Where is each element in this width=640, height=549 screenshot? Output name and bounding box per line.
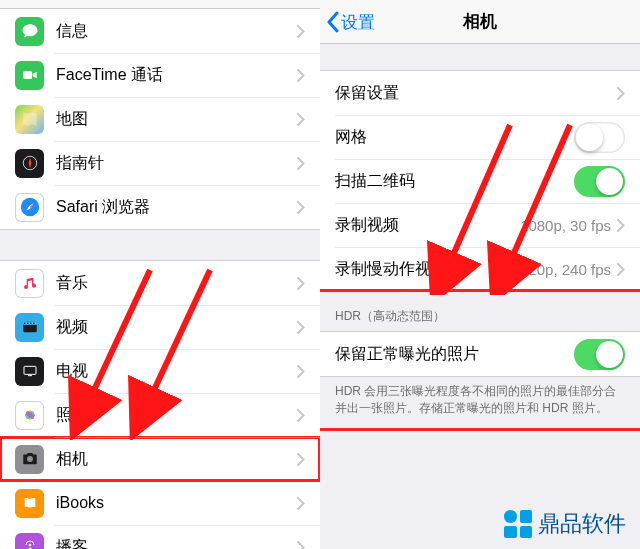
row-keep-normal-photo[interactable]: 保留正常曝光的照片 xyxy=(320,332,640,376)
row-label: 音乐 xyxy=(56,273,297,294)
row-compass[interactable]: 指南针 xyxy=(0,141,320,185)
header-title: 相机 xyxy=(463,10,497,33)
facetime-icon xyxy=(15,61,44,90)
row-label: 录制视频 xyxy=(335,215,520,236)
chevron-right-icon xyxy=(297,541,305,550)
messages-icon xyxy=(15,17,44,46)
chevron-right-icon xyxy=(297,201,305,214)
row-label: Safari 浏览器 xyxy=(56,197,297,218)
row-safari[interactable]: Safari 浏览器 xyxy=(0,185,320,229)
camera-group-1: 保留设置 网格 扫描二维码 录制视频 1080p, 30 fps 录制慢动作视频… xyxy=(320,70,640,292)
videos-icon xyxy=(15,313,44,342)
safari-icon xyxy=(15,193,44,222)
row-label: 地图 xyxy=(56,109,297,130)
chevron-right-icon xyxy=(297,321,305,334)
section-header-hdr: HDR（高动态范围） xyxy=(320,292,640,331)
camera-settings-pane: 设置 相机 保留设置 网格 扫描二维码 录制视频 1080p, 30 fps xyxy=(320,0,640,549)
row-label: 保留设置 xyxy=(335,83,617,104)
svg-point-17 xyxy=(28,544,31,547)
settings-root-pane: 设置 信息 FaceTime 通话 xyxy=(0,0,320,549)
chevron-right-icon xyxy=(617,219,625,232)
chevron-right-icon xyxy=(297,365,305,378)
chevron-right-icon xyxy=(297,69,305,82)
toggle-scan-qr[interactable] xyxy=(574,166,625,197)
back-label: 设置 xyxy=(341,11,375,34)
row-photos[interactable]: 照片 xyxy=(0,393,320,437)
row-detail: 720p, 240 fps xyxy=(520,261,611,278)
photos-icon xyxy=(15,401,44,430)
svg-rect-0 xyxy=(23,71,32,79)
row-detail: 1080p, 30 fps xyxy=(520,217,611,234)
group-apps-1: 信息 FaceTime 通话 地图 xyxy=(0,8,320,230)
svg-point-16 xyxy=(27,456,33,462)
music-icon xyxy=(15,269,44,298)
watermark-text: 鼎品软件 xyxy=(538,509,626,539)
chevron-right-icon xyxy=(297,277,305,290)
header-right: 设置 相机 xyxy=(320,0,640,44)
watermark-logo-icon xyxy=(504,510,532,538)
row-label: 相机 xyxy=(56,449,297,470)
row-scan-qr[interactable]: 扫描二维码 xyxy=(320,159,640,203)
row-label: 录制慢动作视频 xyxy=(335,259,520,280)
row-messages[interactable]: 信息 xyxy=(0,9,320,53)
toggle-keep-normal[interactable] xyxy=(574,339,625,370)
row-label: FaceTime 通话 xyxy=(56,65,297,86)
chevron-right-icon xyxy=(297,497,305,510)
row-label: 指南针 xyxy=(56,153,297,174)
row-label: 扫描二维码 xyxy=(335,171,574,192)
chevron-right-icon xyxy=(297,409,305,422)
svg-rect-6 xyxy=(27,323,29,325)
svg-rect-5 xyxy=(24,323,26,325)
row-tv[interactable]: 电视 xyxy=(0,349,320,393)
row-label: 信息 xyxy=(56,21,297,42)
ibooks-icon xyxy=(15,489,44,518)
row-grid[interactable]: 网格 xyxy=(320,115,640,159)
section-footer-hdr: HDR 会用三张曝光程度各不相同的照片的最佳部分合并出一张照片。存储正常曝光的照… xyxy=(320,377,640,428)
chevron-right-icon xyxy=(617,87,625,100)
chevron-right-icon xyxy=(297,453,305,466)
row-camera[interactable]: 相机 xyxy=(0,437,320,481)
camera-group-hdr: 保留正常曝光的照片 xyxy=(320,331,640,377)
row-label: 电视 xyxy=(56,361,297,382)
row-ibooks[interactable]: iBooks xyxy=(0,481,320,525)
row-facetime[interactable]: FaceTime 通话 xyxy=(0,53,320,97)
row-label: 照片 xyxy=(56,405,297,426)
watermark: 鼎品软件 xyxy=(504,509,626,539)
chevron-right-icon xyxy=(297,157,305,170)
back-button[interactable]: 设置 xyxy=(326,0,375,44)
hdr-highlight-box: HDR（高动态范围） 保留正常曝光的照片 HDR 会用三张曝光程度各不相同的照片… xyxy=(320,292,640,428)
camera-icon xyxy=(15,445,44,474)
chevron-right-icon xyxy=(617,263,625,276)
chevron-right-icon xyxy=(297,113,305,126)
row-label: 网格 xyxy=(335,127,574,148)
row-podcasts[interactable]: 播客 xyxy=(0,525,320,549)
compass-icon xyxy=(15,149,44,178)
svg-rect-8 xyxy=(33,323,35,325)
svg-rect-9 xyxy=(24,366,36,374)
row-label: iBooks xyxy=(56,494,297,512)
row-maps[interactable]: 地图 xyxy=(0,97,320,141)
toggle-grid[interactable] xyxy=(574,122,625,153)
row-record-slomo[interactable]: 录制慢动作视频 720p, 240 fps xyxy=(320,247,640,291)
tv-icon xyxy=(15,357,44,386)
row-music[interactable]: 音乐 xyxy=(0,261,320,305)
group-apps-2: 音乐 视频 电视 xyxy=(0,260,320,549)
row-record-video[interactable]: 录制视频 1080p, 30 fps xyxy=(320,203,640,247)
row-videos[interactable]: 视频 xyxy=(0,305,320,349)
row-label: 视频 xyxy=(56,317,297,338)
svg-rect-7 xyxy=(30,323,32,325)
chevron-right-icon xyxy=(297,25,305,38)
row-preserve-settings[interactable]: 保留设置 xyxy=(320,71,640,115)
row-label: 保留正常曝光的照片 xyxy=(335,344,574,365)
podcasts-icon xyxy=(15,533,44,550)
maps-icon xyxy=(15,105,44,134)
row-label: 播客 xyxy=(56,537,297,550)
